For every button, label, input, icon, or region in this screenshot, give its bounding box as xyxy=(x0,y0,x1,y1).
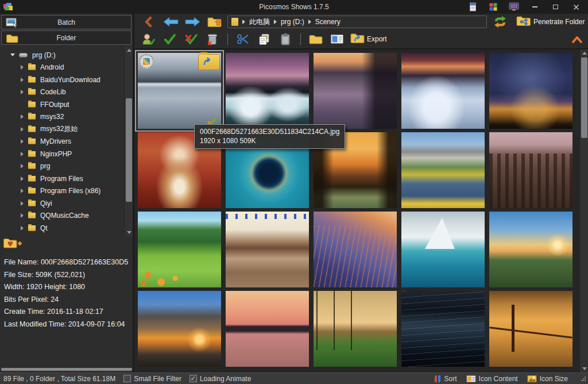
palette-tool-icon[interactable] xyxy=(487,2,500,12)
add-favorite-folder-icon[interactable] xyxy=(3,236,22,252)
tree-scrollbar[interactable] xyxy=(124,47,133,236)
invert-selection-button[interactable] xyxy=(183,32,200,46)
tree-item-qiyi[interactable]: Qiyi xyxy=(0,197,123,210)
breadcrumb[interactable]: 此电脑 prg (D:) Scenery xyxy=(227,16,487,28)
breadcrumb-this-pc[interactable]: 此电脑 xyxy=(249,17,270,27)
chevron-right-icon[interactable] xyxy=(21,164,24,168)
thumbnail-icebergs-purple-sky[interactable] xyxy=(226,53,309,129)
thumbnail-aerial-beach-umbrellas[interactable] xyxy=(226,212,309,287)
penetrate-folder-button[interactable]: Penetrate Folder xyxy=(516,14,585,29)
chevron-right-icon[interactable] xyxy=(21,114,24,119)
delete-button[interactable] xyxy=(204,32,221,46)
scroll-down-icon[interactable] xyxy=(125,229,133,236)
open-overlay-icon[interactable] xyxy=(198,54,220,70)
window-title: Picosmos Shows 1.7.5 xyxy=(259,3,328,11)
tree-scrollbar-thumb[interactable] xyxy=(126,98,132,202)
chevron-right-icon[interactable] xyxy=(21,90,24,94)
loading-animate-toggle[interactable]: ✓ Loading Animate xyxy=(189,375,251,383)
tree-item-nginxphp[interactable]: NginxPHP xyxy=(0,148,123,160)
export-folder-icon xyxy=(350,32,365,47)
chevron-right-icon[interactable] xyxy=(21,65,24,70)
icon-content-button[interactable]: Icon Content xyxy=(466,375,518,383)
chevron-right-icon[interactable] xyxy=(21,152,24,156)
chevron-right-icon[interactable] xyxy=(21,127,24,132)
folder-button[interactable]: Folder xyxy=(1,30,131,45)
refresh-button[interactable] xyxy=(492,15,509,29)
export-button[interactable]: Export xyxy=(350,32,387,47)
tree-item-android[interactable]: Android xyxy=(0,62,123,74)
tree-item-codelib[interactable]: CodeLib xyxy=(0,86,123,99)
select-all-button[interactable] xyxy=(161,32,179,46)
tree-item-prg[interactable]: prg xyxy=(0,160,123,173)
previous-arrow-button[interactable] xyxy=(162,15,179,29)
minimize-button[interactable] xyxy=(528,2,541,12)
collapse-toolbar-button[interactable] xyxy=(572,36,582,43)
tree-item-label: Android xyxy=(40,63,64,71)
scroll-up-icon[interactable] xyxy=(125,47,133,54)
edit-overlay-icon[interactable] xyxy=(139,54,154,69)
close-button[interactable] xyxy=(570,2,582,12)
tree-item-qqmusiccache[interactable]: QQMusicCache xyxy=(0,210,123,222)
folder-view-button[interactable] xyxy=(328,32,346,46)
select-user-button[interactable] xyxy=(140,32,157,46)
breadcrumb-prg-drive[interactable]: prg (D:) xyxy=(281,18,304,26)
back-button[interactable] xyxy=(140,15,157,29)
chevron-right-icon[interactable] xyxy=(21,78,24,82)
chevron-down-icon[interactable] xyxy=(10,53,15,56)
maximize-button[interactable] xyxy=(549,2,562,12)
tree-item-baiduyundownload[interactable]: BaiduYunDownload xyxy=(0,74,123,86)
sort-button[interactable]: Sort xyxy=(434,375,457,383)
thumbnail-poplar-trees-sunset-field[interactable] xyxy=(314,291,397,367)
tree-item-prg-drive[interactable]: prg (D:) xyxy=(0,49,123,62)
breadcrumb-scenery[interactable]: Scenery xyxy=(315,18,341,26)
thumbnail-golden-gate-bridge-fog[interactable] xyxy=(489,291,572,367)
batch-button[interactable]: Batch xyxy=(1,15,131,29)
thumbnail-grassy-path-sunset[interactable] xyxy=(489,212,572,287)
chevron-right-icon[interactable] xyxy=(21,201,24,206)
chevron-right-icon[interactable] xyxy=(21,213,24,218)
chevron-right-icon[interactable] xyxy=(21,139,24,144)
open-folder-button[interactable] xyxy=(307,32,324,46)
copy-button[interactable] xyxy=(256,32,273,46)
thumbnail-frozen-plants-sunset[interactable] xyxy=(314,212,397,287)
thumbnail-ocean-sunset-clouds[interactable] xyxy=(138,291,221,367)
tree-item-mydrivers[interactable]: MyDrivers xyxy=(0,136,123,148)
thumbnail-stormy-dark-sea[interactable] xyxy=(401,291,485,367)
thumbnail-wooden-pilings-rows[interactable] xyxy=(489,132,572,208)
monitor-tool-icon[interactable] xyxy=(508,2,520,12)
breadcrumb-separator-icon xyxy=(242,20,245,24)
thumbnail-star-trails-church-night[interactable] xyxy=(489,53,572,129)
scroll-up-icon[interactable] xyxy=(580,49,588,57)
tree-item-qt[interactable]: Qt xyxy=(0,222,123,235)
chevron-right-icon[interactable] xyxy=(21,176,24,181)
tree-item-ffoutput[interactable]: FFOutput xyxy=(0,98,123,111)
document-tool-icon[interactable] xyxy=(466,2,479,12)
loading-animate-checkbox[interactable]: ✓ xyxy=(189,375,197,382)
paste-button[interactable] xyxy=(277,32,294,46)
thumbnail-winter-river-dusk[interactable] xyxy=(314,53,397,129)
tree-item-msys32-orig[interactable]: msys32原始 xyxy=(0,123,123,136)
thumbnail-mountain-lake-autumn[interactable] xyxy=(401,132,485,208)
thumbnail-misty-lake-sunrise[interactable] xyxy=(226,291,309,367)
folder-up-button[interactable] xyxy=(206,15,223,29)
small-file-filter-toggle[interactable]: Small File Filter xyxy=(123,375,181,383)
cut-button[interactable] xyxy=(234,32,252,46)
thumbnail-snow-drift-sunset[interactable] xyxy=(401,53,485,129)
icon-size-button[interactable]: Icon Size xyxy=(527,375,568,383)
grid-scrollbar[interactable] xyxy=(579,49,588,373)
grid-scrollbar-thumb[interactable] xyxy=(581,57,587,138)
tree-item-msys32[interactable]: msys32 xyxy=(0,111,123,124)
chevron-right-icon[interactable] xyxy=(21,226,24,231)
chevron-right-icon[interactable] xyxy=(21,189,24,193)
left-panel-hscrollbar[interactable] xyxy=(1,368,132,371)
resize-grip[interactable] xyxy=(581,376,586,381)
thumbnail-iceberg-underwater[interactable] xyxy=(401,212,485,287)
tree-item-program-files-x86[interactable]: Program Files (x86) xyxy=(0,185,123,198)
tree-item-program-files[interactable]: Program Files xyxy=(0,172,123,185)
next-arrow-button[interactable] xyxy=(184,15,201,29)
penetrate-folder-icon xyxy=(516,14,532,29)
thumbnail-snowy-mountain-lake-reflection[interactable] xyxy=(138,53,221,129)
small-file-filter-checkbox[interactable] xyxy=(123,375,131,382)
thumbnail-cartoon-cottage-meadow[interactable] xyxy=(138,212,221,287)
scroll-down-icon[interactable] xyxy=(580,365,588,373)
